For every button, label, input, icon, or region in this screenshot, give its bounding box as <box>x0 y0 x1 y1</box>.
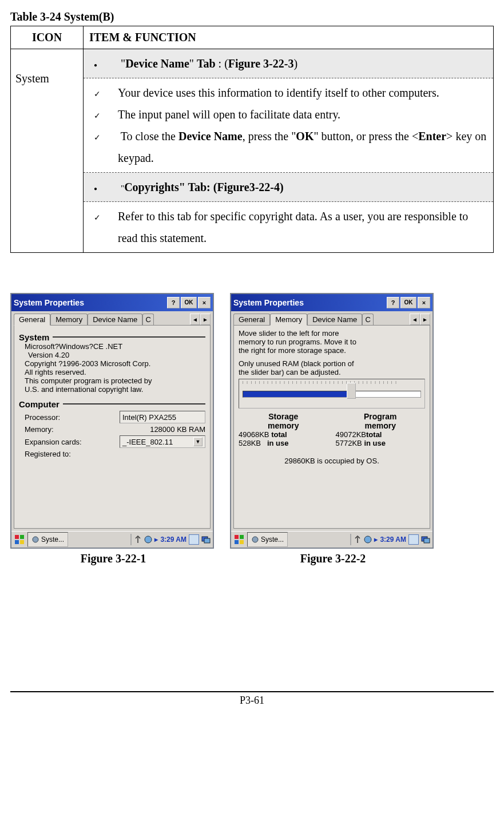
program-used: 5772KB in use <box>336 439 425 447</box>
svg-rect-10 <box>235 540 239 544</box>
chevron-down-icon: ▼ <box>193 437 203 446</box>
storage-head: Storagememory <box>239 412 328 430</box>
tab-scroll-right[interactable]: ► <box>200 314 211 325</box>
sys-line: Version 4.20 <box>25 351 205 359</box>
help-button[interactable]: ? <box>167 297 180 308</box>
system-tray: ▸ 3:29 AM <box>130 534 211 545</box>
windows-icon <box>201 535 211 544</box>
slider-thumb[interactable] <box>347 383 356 399</box>
memory-value: 128000 KB RAM <box>150 425 205 434</box>
storage-used: 528KB in use <box>239 439 328 447</box>
mem-text: the right for more storage space. <box>239 346 425 355</box>
svg-rect-11 <box>240 540 244 544</box>
system-table: ICON ITEM & FUNCTION System "Device Name… <box>10 26 494 253</box>
processor-label: Processor: <box>25 413 60 422</box>
antenna-icon <box>134 536 142 544</box>
memory-label: Memory: <box>25 425 54 434</box>
svg-point-4 <box>33 537 38 542</box>
gear-icon <box>251 536 259 544</box>
tab-strip: General Memory Device Name C ◄ ► <box>11 311 213 325</box>
close-button[interactable]: × <box>418 297 430 308</box>
group-system: System <box>19 332 49 342</box>
group-computer: Computer <box>19 399 59 409</box>
col-header-item: ITEM & FUNCTION <box>84 26 494 49</box>
ok-button[interactable]: OK <box>181 297 197 308</box>
bullet-device-name: "Device Name" Tab : (Figure 3-22-3) <box>89 53 487 74</box>
tab-scroll-left[interactable]: ◄ <box>410 314 420 325</box>
device-name-tab-header: "Device Name" Tab : (Figure 3-22-3) <box>84 49 493 78</box>
panel-memory: Move slider to the left for more memory … <box>233 325 430 529</box>
screenshots-row: System Properties ? OK × General Memory … <box>10 293 494 549</box>
globe-icon <box>364 536 372 544</box>
tab-overflow[interactable]: C <box>142 314 154 325</box>
mem-text: Move slider to the left for more <box>239 329 425 338</box>
start-button[interactable] <box>233 534 245 545</box>
figure-label-2: Figure 3-22-2 <box>230 552 436 565</box>
svg-rect-8 <box>235 535 239 539</box>
storage-total: 49068KB total <box>239 430 328 439</box>
taskbar: Syste... ▸ 3:29 AM <box>231 531 432 548</box>
registered-label: Registered to: <box>25 450 71 458</box>
tab-overflow[interactable]: C <box>362 314 374 325</box>
check-2: The input panel will open to facilitate … <box>89 104 487 125</box>
start-button[interactable] <box>14 534 25 545</box>
copyrights-tab-body: Refer to this tab for specific copyright… <box>84 202 493 252</box>
window-title: System Properties <box>14 298 84 307</box>
memory-slider[interactable]: | | | | | | | | | | | | | | | | | | | | … <box>239 379 425 408</box>
bullet-copyrights: "Copyrights" Tab: (Figure3-22-4) <box>89 176 487 198</box>
sys-line: Copyright ?1996-2003 Microsoft Corp. <box>25 359 205 368</box>
screenshot-memory: System Properties ? OK × General Memory … <box>230 293 434 549</box>
tab-memory[interactable]: Memory <box>270 314 307 326</box>
close-button[interactable]: × <box>198 297 211 308</box>
svg-rect-2 <box>15 540 19 544</box>
content-cell: "Device Name" Tab : (Figure 3-22-3) Your… <box>84 49 494 253</box>
mem-text: memory to run programs. Move it to <box>239 338 425 346</box>
help-button[interactable]: ? <box>387 297 399 308</box>
window-title: System Properties <box>233 298 304 307</box>
tab-device-name[interactable]: Device Name <box>88 314 142 325</box>
taskbar-button[interactable]: Syste... <box>247 532 288 547</box>
program-head: Programmemory <box>336 412 425 430</box>
check-4: Refer to this tab for specific copyright… <box>89 205 487 249</box>
processor-value: Intel(R) PXA255 <box>120 411 205 423</box>
sys-line: This computer program is protected by <box>25 376 205 385</box>
system-tray: ▸ 3:29 AM <box>350 534 430 545</box>
expansion-combo[interactable]: _-IEEE_802.11 ▼ <box>120 435 205 448</box>
ok-button[interactable]: OK <box>400 297 416 308</box>
page-number: P3-61 <box>10 691 494 707</box>
tab-general[interactable]: General <box>14 314 50 326</box>
tab-general[interactable]: General <box>233 314 270 325</box>
svg-point-5 <box>145 536 152 543</box>
windows-icon <box>421 535 430 544</box>
table-caption: Table 3-24 System(B) <box>10 10 494 23</box>
tab-device-name[interactable]: Device Name <box>307 314 362 325</box>
antenna-icon <box>354 536 362 544</box>
figure-label-1: Figure 3-22-1 <box>10 552 216 565</box>
taskbar: Syste... ▸ 3:29 AM <box>11 531 213 548</box>
titlebar: System Properties ? OK × <box>11 294 213 311</box>
program-total: 49072KBtotal <box>336 430 425 439</box>
copyrights-tab-header: "Copyrights" Tab: (Figure3-22-4) <box>84 173 493 202</box>
sys-line: Microsoft?Windows?CE .NET <box>25 342 205 351</box>
svg-rect-0 <box>15 535 19 539</box>
check-1: Your device uses this information to ide… <box>89 82 487 104</box>
svg-rect-7 <box>204 538 210 543</box>
sys-line: U.S. and international copyright law. <box>25 385 205 394</box>
device-name-tab-body: Your device uses this information to ide… <box>84 78 493 173</box>
tab-scroll-left[interactable]: ◄ <box>190 314 200 325</box>
tab-strip: General Memory Device Name C ◄ ► <box>231 311 432 325</box>
panel-general: System Microsoft?Windows?CE .NET Version… <box>14 325 211 529</box>
clock: 3:29 AM <box>160 536 186 544</box>
screenshot-general: System Properties ? OK × General Memory … <box>10 293 214 549</box>
tab-memory[interactable]: Memory <box>50 314 88 325</box>
svg-rect-9 <box>240 535 244 539</box>
svg-point-13 <box>364 536 371 543</box>
mem-text: the slider bar) can be adjusted. <box>239 368 425 376</box>
clock: 3:29 AM <box>380 536 406 544</box>
svg-rect-3 <box>20 540 24 544</box>
taskbar-button[interactable]: Syste... <box>27 532 68 547</box>
os-occupied: 29860KB is occupied by OS. <box>239 457 425 465</box>
tab-scroll-right[interactable]: ► <box>420 314 430 325</box>
battery-icon <box>408 534 419 545</box>
titlebar: System Properties ? OK × <box>231 294 432 311</box>
